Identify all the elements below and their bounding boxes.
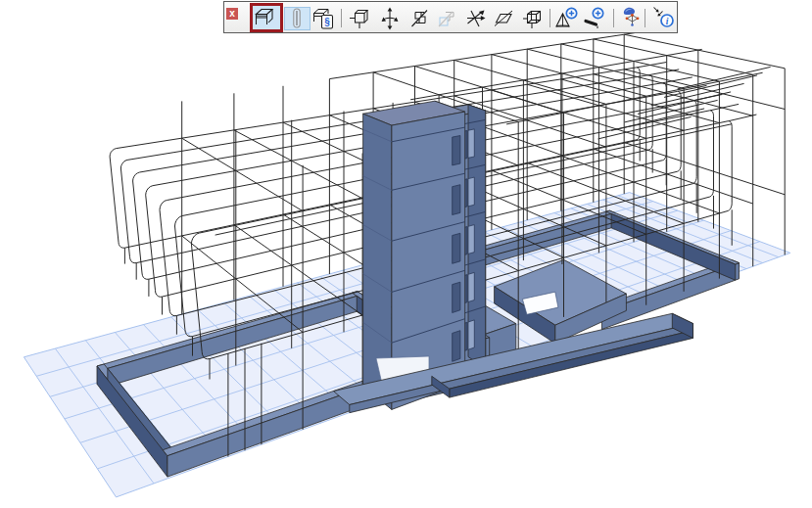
svg-text:i: i [666, 17, 669, 26]
svg-text:§: § [324, 17, 330, 27]
